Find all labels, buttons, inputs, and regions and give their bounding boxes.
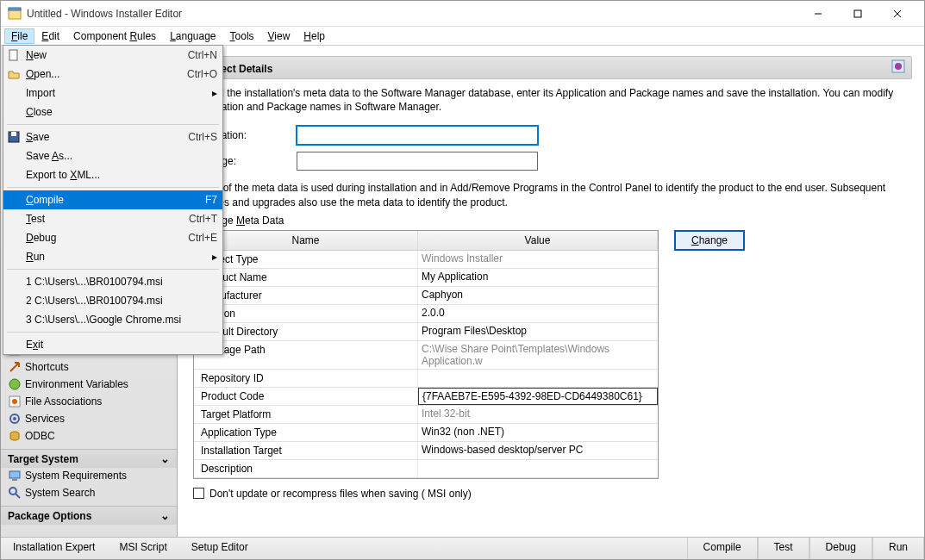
new-file-icon — [7, 48, 21, 62]
sidebar-item-env-vars[interactable]: Environment Variables — [1, 376, 177, 392]
menu-component-rules[interactable]: Component Rules — [66, 28, 163, 44]
menu-language[interactable]: Language — [163, 28, 222, 44]
file-menu-dropdown: NewCtrl+N Open...Ctrl+O Import▸ Close Sa… — [3, 45, 223, 355]
svg-point-15 — [13, 417, 16, 420]
page-title: Project Details — [193, 56, 912, 79]
svg-rect-17 — [9, 471, 20, 478]
svg-rect-6 — [9, 50, 17, 60]
file-recent-2[interactable]: 2 C:\Users\...\BR0100794.msi — [3, 291, 222, 310]
description-2: Some of the meta data is used during ins… — [193, 181, 912, 208]
footer-run-button[interactable]: Run — [872, 538, 924, 559]
table-row[interactable]: Target PlatformIntel 32-bit — [194, 406, 658, 424]
table-row[interactable]: Description — [194, 460, 658, 478]
file-exit[interactable]: Exit — [3, 335, 222, 354]
open-folder-icon — [7, 67, 21, 81]
svg-rect-0 — [9, 9, 21, 19]
svg-point-13 — [12, 399, 17, 404]
chevron-down-icon — [160, 452, 170, 465]
sidebar-group-target-system[interactable]: Target System — [1, 449, 177, 468]
svg-rect-1 — [9, 8, 21, 10]
table-row[interactable]: Project TypeWindows Installer — [194, 251, 658, 269]
sidebar-group-package-options[interactable]: Package Options — [1, 506, 177, 525]
checkbox-icon — [193, 488, 204, 499]
change-button[interactable]: Change — [674, 230, 745, 251]
file-recent-1[interactable]: 1 C:\Users\...\BR0100794.msi — [3, 272, 222, 291]
table-row[interactable]: Default DirectoryProgram Files\Desktop — [194, 323, 658, 341]
svg-point-11 — [9, 379, 20, 389]
tab-setup-editor[interactable]: Setup Editor — [179, 538, 260, 559]
menu-bar: File Edit Component Rules Language Tools… — [1, 27, 924, 46]
file-compile[interactable]: CompileF7 — [3, 190, 222, 209]
meta-data-label: Package Meta Data — [193, 215, 912, 227]
main-panel: Project Details To add the installation'… — [178, 46, 924, 537]
meta-data-grid[interactable]: Name Value Project TypeWindows Installer… — [193, 230, 659, 479]
table-row[interactable]: Installation TargetWindows-based desktop… — [194, 442, 658, 460]
tab-msi-script[interactable]: MSI Script — [107, 538, 178, 559]
menu-help[interactable]: Help — [297, 28, 332, 44]
file-debug[interactable]: DebugCtrl+E — [3, 228, 222, 247]
sidebar-item-file-assoc[interactable]: File Associations — [1, 394, 177, 409]
footer-compile-button[interactable]: Compile — [687, 538, 758, 559]
app-icon — [8, 7, 22, 21]
file-save[interactable]: SaveCtrl+S — [3, 128, 222, 146]
maximize-button[interactable] — [838, 1, 878, 27]
close-button[interactable] — [878, 1, 917, 27]
svg-point-22 — [895, 63, 902, 70]
file-open[interactable]: Open...Ctrl+O — [3, 65, 222, 84]
file-import[interactable]: Import▸ — [3, 84, 222, 103]
table-row[interactable]: Application TypeWin32 (non .NET) — [194, 424, 658, 442]
sidebar-item-sys-req[interactable]: System Requirements — [1, 468, 177, 483]
sidebar-item-shortcuts[interactable]: Shortcuts — [1, 359, 177, 375]
footer-debug-button[interactable]: Debug — [809, 538, 872, 559]
details-icon — [891, 59, 906, 74]
file-test[interactable]: TestCtrl+T — [3, 209, 222, 228]
sidebar-item-odbc[interactable]: ODBC — [1, 428, 177, 444]
menu-file[interactable]: File — [4, 28, 34, 44]
sidebar-item-services[interactable]: Services — [1, 411, 177, 426]
file-run[interactable]: Run▸ — [3, 247, 222, 266]
chevron-down-icon — [160, 509, 170, 522]
sidebar-item-sys-search[interactable]: System Search — [1, 485, 177, 501]
footer-test-button[interactable]: Test — [758, 538, 809, 559]
title-bar: Untitled - Windows Installer Editor — [1, 1, 924, 27]
dont-update-checkbox[interactable]: Don't update or recompress files when sa… — [193, 488, 912, 500]
menu-view[interactable]: View — [261, 28, 297, 44]
package-input[interactable] — [297, 152, 538, 171]
grid-header-name: Name — [194, 231, 418, 250]
svg-line-20 — [16, 494, 20, 498]
table-row[interactable]: Product NameMy Application — [194, 269, 658, 287]
table-row[interactable]: Product Code{7FAAEB7E-E595-4392-98ED-CD6… — [194, 388, 658, 406]
svg-rect-18 — [12, 479, 17, 481]
tab-installation-expert[interactable]: Installation Expert — [1, 538, 107, 559]
svg-rect-8 — [11, 132, 16, 136]
footer-bar: Installation Expert MSI Script Setup Edi… — [1, 537, 924, 559]
file-recent-3[interactable]: 3 C:\Users\...\Google Chrome.msi — [3, 310, 222, 329]
file-export-xml[interactable]: Export to XML... — [3, 165, 222, 184]
table-row[interactable]: ManufacturerCaphyon — [194, 287, 658, 305]
svg-rect-3 — [854, 10, 861, 17]
window-title: Untitled - Windows Installer Editor — [27, 8, 798, 20]
file-new[interactable]: NewCtrl+N — [3, 46, 222, 65]
menu-tools[interactable]: Tools — [223, 28, 261, 44]
file-close[interactable]: Close — [3, 103, 222, 121]
table-row[interactable]: Repository ID — [194, 370, 658, 388]
save-icon — [7, 130, 21, 144]
svg-point-19 — [9, 488, 16, 495]
application-input[interactable] — [297, 126, 538, 145]
file-save-as[interactable]: Save As... — [3, 146, 222, 165]
menu-edit[interactable]: Edit — [34, 28, 66, 44]
table-row[interactable]: Package PathC:\Wise Share Point\Template… — [194, 341, 658, 370]
minimize-button[interactable] — [798, 1, 838, 27]
grid-header-value: Value — [418, 231, 658, 250]
description-1: To add the installation's meta data to t… — [193, 86, 912, 114]
table-row[interactable]: Version2.0.0 — [194, 305, 658, 323]
